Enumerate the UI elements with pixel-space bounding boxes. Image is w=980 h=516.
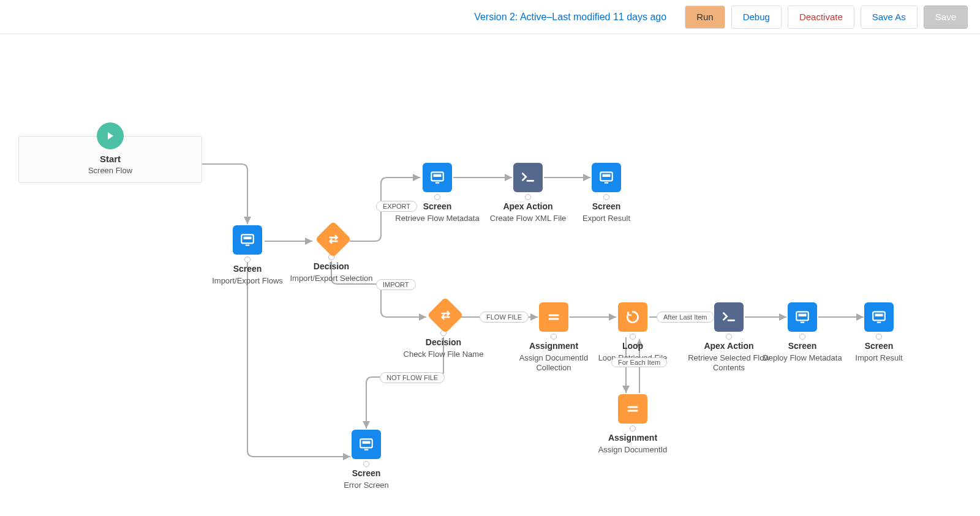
screen-icon: [352, 430, 381, 459]
connector-handle[interactable]: [525, 194, 531, 200]
start-title: Start: [25, 154, 195, 164]
node-error-screen[interactable]: Screen Error Screen: [323, 430, 409, 490]
start-sub: Screen Flow: [25, 166, 195, 175]
node-title: Screen: [233, 264, 262, 275]
node-title: Decision: [314, 261, 349, 272]
node-title: Screen: [423, 201, 452, 212]
node-title: Screen: [592, 201, 621, 212]
save-button[interactable]: Save: [924, 6, 968, 29]
node-title: Screen: [865, 341, 894, 352]
node-sub: Import Result: [855, 353, 902, 363]
node-sub: Assign DocumentId Collection: [511, 353, 597, 373]
svg-rect-1: [244, 237, 252, 239]
node-sub: Error Screen: [344, 480, 389, 490]
connector-handle[interactable]: [363, 461, 369, 467]
connector-handle[interactable]: [244, 256, 251, 263]
node-title: Screen: [352, 468, 381, 479]
node-assign-documentid[interactable]: Assignment Assign DocumentId: [590, 394, 676, 455]
node-sub: Create Flow XML File: [490, 214, 567, 223]
connector-handle[interactable]: [603, 194, 609, 200]
screen-icon: [233, 225, 262, 255]
screen-icon: [592, 163, 621, 192]
connector-handle[interactable]: [434, 194, 440, 200]
screen-icon: [864, 302, 894, 332]
connectors: [0, 34, 980, 516]
debug-button[interactable]: Debug: [731, 6, 782, 29]
node-import-result[interactable]: Screen Import Result: [836, 302, 922, 363]
apex-icon: [513, 163, 543, 192]
run-button[interactable]: Run: [685, 6, 725, 29]
play-icon: [97, 122, 124, 149]
node-sub: Retrieve Flow Metadata: [395, 214, 479, 223]
connector-handle[interactable]: [630, 334, 636, 340]
screen-icon: [423, 163, 452, 192]
node-decision-check-file[interactable]: ⇄ Decision Check Flow File Name: [401, 299, 486, 359]
svg-rect-16: [799, 314, 807, 316]
assignment-icon: [618, 394, 647, 424]
version-label: Version 2: Active–Last modified 11 days …: [474, 12, 666, 23]
node-export-result[interactable]: Screen Export Result: [564, 163, 649, 223]
node-title: Apex Action: [503, 201, 552, 212]
node-title: Loop: [622, 341, 643, 352]
loop-icon: [618, 302, 647, 332]
node-sub: Deploy Flow Metadata: [763, 353, 842, 363]
node-sub: Assign DocumentId: [598, 445, 668, 455]
edge-label-for-each[interactable]: For Each Item: [611, 357, 667, 367]
svg-rect-22: [363, 441, 371, 444]
svg-rect-4: [434, 174, 442, 177]
node-title: Decision: [426, 337, 461, 348]
edge-label-flow-file[interactable]: FLOW FILE: [480, 312, 529, 323]
node-title: Apex Action: [704, 341, 753, 352]
connector-handle[interactable]: [630, 425, 636, 432]
node-sub: Import/Export Flows: [212, 276, 283, 286]
node-sub: Check Flow File Name: [404, 350, 484, 359]
node-decision-import-export[interactable]: ⇄ Decision Import/Export Selection: [288, 223, 374, 283]
edge-label-import[interactable]: IMPORT: [376, 279, 416, 290]
node-sub: Import/Export Selection: [290, 274, 372, 283]
node-title: Screen: [788, 341, 817, 352]
save-as-button[interactable]: Save As: [861, 6, 918, 29]
node-title: Assignment: [608, 433, 657, 444]
start-node[interactable]: Start Screen Flow: [18, 122, 202, 183]
decision-icon: ⇄: [317, 223, 346, 252]
connector-handle[interactable]: [551, 334, 557, 340]
deactivate-button[interactable]: Deactivate: [788, 6, 854, 29]
node-title: Assignment: [529, 341, 578, 352]
connector-handle[interactable]: [876, 334, 882, 340]
apex-icon: [714, 302, 744, 332]
flow-canvas[interactable]: Start Screen Flow Screen Import/Export F…: [0, 34, 980, 516]
edge-label-after-last[interactable]: After Last Item: [657, 312, 714, 323]
svg-rect-19: [875, 314, 883, 316]
connector-handle[interactable]: [799, 334, 805, 340]
decision-icon: ⇄: [429, 299, 458, 328]
node-retrieve-flow-metadata[interactable]: Screen Retrieve Flow Metadata: [394, 163, 480, 223]
node-create-flow-xml[interactable]: Apex Action Create Flow XML File: [485, 163, 571, 223]
svg-rect-8: [603, 174, 611, 177]
assignment-icon: [539, 302, 568, 332]
screen-icon: [788, 302, 817, 332]
toolbar: Version 2: Active–Last modified 11 days …: [0, 0, 980, 34]
node-import-export-screen[interactable]: Screen Import/Export Flows: [205, 225, 290, 286]
connector-handle[interactable]: [726, 334, 732, 340]
node-deploy-metadata[interactable]: Screen Deploy Flow Metadata: [760, 302, 845, 363]
edge-label-not-flow-file[interactable]: NOT FLOW FILE: [380, 372, 445, 383]
node-sub: Retrieve Selected Flow Contents: [686, 353, 772, 373]
node-sub: Export Result: [582, 214, 630, 223]
edge-label-export[interactable]: EXPORT: [376, 201, 417, 212]
